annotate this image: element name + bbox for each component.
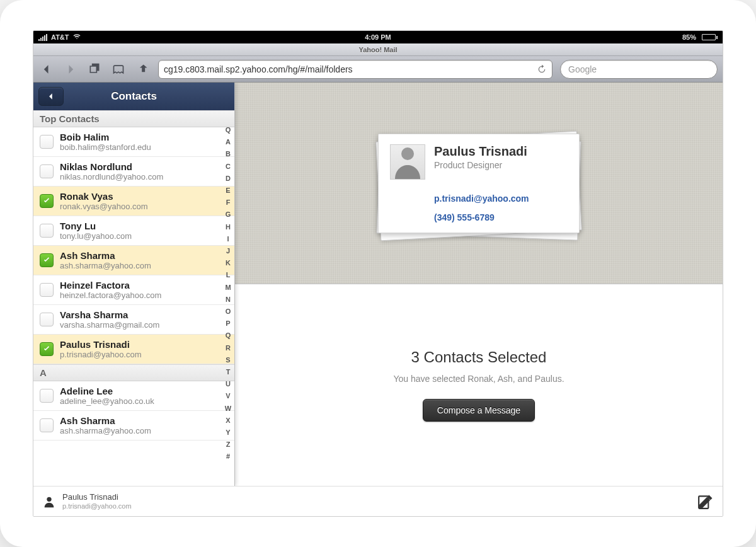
contact-name: Niklas Nordlund: [60, 161, 163, 172]
checkbox[interactable]: [40, 253, 54, 267]
index-letter[interactable]: R: [223, 342, 233, 354]
contact-row[interactable]: Varsha Sharmavarsha.sharma@gmail.com: [33, 305, 234, 335]
contact-row[interactable]: Ronak Vyasronak.vyas@yahoo.com: [33, 187, 234, 216]
contact-name: Tony Lu: [60, 221, 132, 231]
sidebar-header: Contacts: [33, 83, 234, 110]
contact-name: Boib Halim: [60, 132, 151, 142]
footer-name: Paulus Trisnadi: [62, 493, 132, 502]
footer-bar: Paulus Trisnadi p.trisnadi@yahoo.com: [33, 486, 723, 516]
index-letter[interactable]: L: [223, 269, 233, 281]
contact-row[interactable]: Ash Sharmaash.sharma@yahoo.com: [33, 411, 234, 440]
contact-email: boib.halim@stanford.edu: [60, 142, 151, 152]
contact-card: Paulus Trisnadi Product Designer p.trisn…: [378, 134, 580, 233]
index-letter[interactable]: P: [223, 318, 233, 330]
index-letter[interactable]: W: [223, 403, 233, 415]
index-letter[interactable]: E: [223, 185, 233, 197]
checkbox[interactable]: [40, 418, 54, 432]
index-letter[interactable]: V: [223, 390, 233, 402]
summary-subtitle: You have selected Ronak, Ash, and Paulus…: [393, 374, 564, 384]
contact-row[interactable]: Adeline Leeadeline_lee@yahoo.co.uk: [33, 381, 234, 411]
contact-row[interactable]: Boib Halimboib.halim@stanford.edu: [33, 127, 234, 157]
checkbox[interactable]: [40, 224, 54, 238]
search-bar[interactable]: Google: [560, 60, 718, 79]
contact-name: Ash Sharma: [60, 415, 151, 426]
index-letter[interactable]: M: [223, 282, 233, 294]
app-content: Contacts QABCDEFGHIJKLMNOPQRSTUVWXYZ# To…: [33, 83, 723, 486]
contact-email: niklas.nordlund@yahoo.com: [60, 172, 163, 181]
index-letter[interactable]: K: [223, 257, 233, 269]
contact-row[interactable]: Tony Lutony.lu@yahoo.com: [33, 216, 234, 246]
browser-forward-button[interactable]: [62, 61, 79, 78]
back-button[interactable]: [38, 87, 64, 106]
checkbox[interactable]: [40, 135, 54, 149]
contact-row[interactable]: Heinzel Factoraheinzel.factora@yahoo.com: [33, 275, 234, 305]
ipad-frame: AT&T 4:09 PM 85% Yahoo! Mail cg19.c803.m…: [0, 0, 756, 547]
contact-name: Paulus Trisnadi: [60, 339, 142, 350]
compose-message-button[interactable]: Compose a Message: [423, 399, 535, 422]
search-placeholder: Google: [568, 64, 597, 74]
checkbox[interactable]: [40, 283, 54, 297]
contact-email: ash.sharma@yahoo.com: [60, 426, 151, 435]
status-bar: AT&T 4:09 PM 85%: [33, 31, 723, 43]
index-letter[interactable]: Y: [223, 427, 233, 439]
contact-row[interactable]: Paulus Trisnadip.trisnadi@yahoo.com: [33, 335, 234, 364]
checkbox[interactable]: [40, 389, 54, 403]
tabs-button[interactable]: [86, 61, 103, 78]
checkbox[interactable]: [40, 313, 54, 326]
index-letter[interactable]: F: [223, 197, 233, 209]
checkbox[interactable]: [40, 342, 54, 356]
contact-row[interactable]: Niklas Nordlundniklas.nordlund@yahoo.com: [33, 157, 234, 187]
battery-percent: 85%: [682, 33, 696, 41]
checkbox[interactable]: [40, 194, 54, 208]
card-area: Paulus Trisnadi Product Designer p.trisn…: [235, 83, 723, 284]
detail-pane: Paulus Trisnadi Product Designer p.trisn…: [235, 83, 723, 486]
index-letter[interactable]: H: [223, 221, 233, 233]
user-silhouette-icon: [42, 495, 56, 509]
index-letter[interactable]: U: [223, 378, 233, 390]
contact-email: p.trisnadi@yahoo.com: [60, 350, 142, 359]
contact-email: heinzel.factora@yahoo.com: [60, 291, 161, 300]
footer-email: p.trisnadi@yahoo.com: [62, 502, 132, 510]
card-phone[interactable]: (349) 555-6789: [434, 212, 568, 222]
contact-email: ash.sharma@yahoo.com: [60, 261, 151, 270]
section-header-top: Top Contacts: [33, 110, 234, 127]
card-email[interactable]: p.trisnadi@yahoo.com: [434, 193, 568, 204]
index-letter[interactable]: X: [223, 415, 233, 427]
index-letter[interactable]: J: [223, 245, 233, 257]
index-letter[interactable]: O: [223, 306, 233, 318]
contacts-list[interactable]: QABCDEFGHIJKLMNOPQRSTUVWXYZ# Top Contact…: [33, 110, 234, 486]
svg-point-1: [47, 497, 51, 501]
address-bar[interactable]: cg19.c803.mail.sp2.yahoo.com/hg/#/mail/f…: [158, 60, 553, 79]
index-letter[interactable]: G: [223, 209, 233, 221]
index-letter[interactable]: S: [223, 354, 233, 366]
contact-name: Adeline Lee: [60, 386, 154, 396]
checkbox[interactable]: [40, 164, 54, 178]
contacts-sidebar: Contacts QABCDEFGHIJKLMNOPQRSTUVWXYZ# To…: [33, 83, 235, 486]
index-letter[interactable]: Q: [223, 124, 233, 136]
compose-icon[interactable]: [697, 493, 714, 510]
contact-row[interactable]: Ash Sharmaash.sharma@yahoo.com: [33, 246, 234, 275]
index-letter[interactable]: #: [223, 451, 233, 463]
index-letter[interactable]: Q: [223, 330, 233, 342]
carrier-label: AT&T: [51, 33, 69, 41]
share-button[interactable]: [134, 61, 151, 78]
signal-icon: [38, 34, 47, 41]
index-letter[interactable]: D: [223, 173, 233, 185]
browser-back-button[interactable]: [38, 61, 55, 78]
card-name: Paulus Trisnadi: [434, 144, 527, 159]
screen: AT&T 4:09 PM 85% Yahoo! Mail cg19.c803.m…: [33, 30, 723, 517]
index-letter[interactable]: A: [223, 136, 233, 148]
url-text: cg19.c803.mail.sp2.yahoo.com/hg/#/mail/f…: [164, 64, 353, 74]
browser-toolbar: cg19.c803.mail.sp2.yahoo.com/hg/#/mail/f…: [33, 56, 723, 83]
index-letter[interactable]: I: [223, 233, 233, 245]
index-letter[interactable]: T: [223, 366, 233, 378]
contact-email: ronak.vyas@yahoo.com: [60, 202, 148, 211]
alpha-index[interactable]: QABCDEFGHIJKLMNOPQRSTUVWXYZ#: [223, 110, 233, 486]
reload-icon[interactable]: [537, 64, 547, 74]
index-letter[interactable]: N: [223, 294, 233, 306]
index-letter[interactable]: B: [223, 148, 233, 160]
bookmarks-button[interactable]: [110, 61, 127, 78]
avatar: [390, 144, 425, 180]
index-letter[interactable]: C: [223, 161, 233, 173]
index-letter[interactable]: Z: [223, 439, 233, 451]
